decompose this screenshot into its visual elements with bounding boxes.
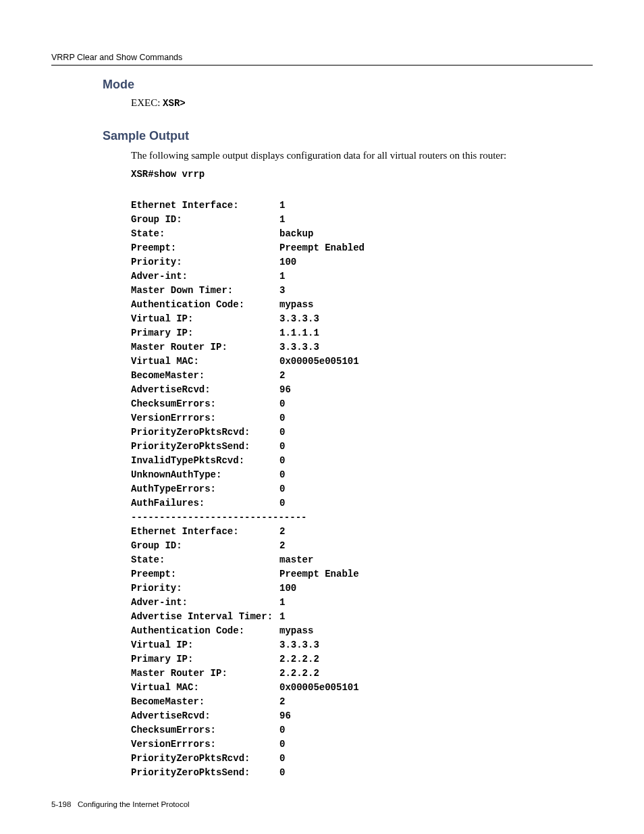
output-row: Primary IP:1.1.1.1 — [131, 326, 593, 340]
output-row: Adver-int:1 — [131, 596, 593, 610]
sample-command: XSR#show vrrp — [131, 169, 593, 180]
output-row: Master Router IP:2.2.2.2 — [131, 667, 593, 681]
output-row-label: VersionErrrors: — [131, 737, 279, 752]
output-row: InvalidTypePktsRcvd:0 — [131, 454, 593, 468]
page-header: VRRP Clear and Show Commands — [51, 53, 593, 66]
output-row-value: 0 — [279, 484, 285, 494]
output-row: Group ID:1 — [131, 213, 593, 227]
output-row-label: InvalidTypePktsRcvd: — [131, 454, 279, 468]
output-row-value: 0 — [279, 469, 285, 480]
output-row-label: Virtual IP: — [131, 312, 279, 326]
output-row: BecomeMaster:2 — [131, 695, 593, 709]
output-row: State:backup — [131, 227, 593, 241]
output-group-1: Ethernet Interface:1Group ID:1State:back… — [131, 199, 593, 511]
output-row: Virtual MAC:0x00005e005101 — [131, 681, 593, 695]
output-row-value: 3 — [279, 285, 285, 296]
output-row-value: 0x00005e005101 — [279, 356, 359, 367]
output-row-value: 0 — [279, 413, 285, 423]
output-row-value: backup — [279, 228, 313, 239]
output-row-label: Virtual MAC: — [131, 681, 279, 695]
output-row-label: Virtual IP: — [131, 638, 279, 652]
output-row-label: PriorityZeroPktsSend: — [131, 766, 279, 780]
output-row-value: mypass — [279, 625, 313, 636]
output-row-value: 0 — [279, 441, 285, 452]
output-row-value: Preempt Enable — [279, 569, 359, 579]
output-row: State:master — [131, 553, 593, 567]
output-row-value: 3.3.3.3 — [279, 342, 319, 353]
output-row: Adver-int:1 — [131, 269, 593, 284]
output-row: ChecksumErrors:0 — [131, 397, 593, 411]
sample-output-intro: The following sample output displays con… — [131, 149, 593, 162]
output-row-value: master — [279, 554, 313, 565]
output-row: AuthFailures:0 — [131, 496, 593, 511]
output-row-value: 0 — [279, 398, 285, 409]
output-row-value: 96 — [279, 710, 291, 721]
output-row-label: BecomeMaster: — [131, 695, 279, 709]
output-row: PriorityZeroPktsSend:0 — [131, 766, 593, 780]
output-row-label: ChecksumErrors: — [131, 723, 279, 737]
output-row-value: 2 — [279, 696, 285, 707]
output-row: Primary IP:2.2.2.2 — [131, 652, 593, 667]
output-row-label: AuthTypeErrors: — [131, 482, 279, 496]
output-row-value: 96 — [279, 384, 291, 395]
output-row: PriorityZeroPktsRcvd:0 — [131, 425, 593, 440]
output-row-value: 1 — [279, 214, 285, 225]
output-row: BecomeMaster:2 — [131, 369, 593, 383]
output-row-value: 0 — [279, 455, 285, 466]
output-row-label: Adver-int: — [131, 269, 279, 284]
output-divider: ------------------------------- — [131, 511, 593, 525]
output-row-value: 0x00005e005101 — [279, 682, 359, 693]
output-row-label: AuthFailures: — [131, 496, 279, 511]
output-row: Preempt:Preempt Enable — [131, 567, 593, 581]
output-row-label: Priority: — [131, 581, 279, 596]
output-row: AuthTypeErrors:0 — [131, 482, 593, 496]
output-row: Authentication Code:mypass — [131, 624, 593, 638]
output-row-value: mypass — [279, 299, 313, 310]
output-row: VersionErrrors:0 — [131, 737, 593, 752]
output-row-value: Preempt Enabled — [279, 242, 365, 253]
output-row-label: AdvertiseRcvd: — [131, 709, 279, 723]
output-row: VersionErrrors:0 — [131, 411, 593, 425]
output-row-label: PriorityZeroPktsRcvd: — [131, 752, 279, 766]
output-row-value: 1 — [279, 200, 285, 211]
output-row: Priority:100 — [131, 581, 593, 596]
output-row-value: 1 — [279, 611, 285, 622]
output-row-value: 0 — [279, 725, 285, 735]
sample-output-heading: Sample Output — [103, 129, 593, 143]
output-row-label: Authentication Code: — [131, 624, 279, 638]
output-row: Authentication Code:mypass — [131, 298, 593, 312]
output-row-label: Advertise Interval Timer: — [131, 610, 279, 624]
output-row-value: 2 — [279, 526, 285, 537]
output-row-label: AdvertiseRcvd: — [131, 383, 279, 397]
output-row: ChecksumErrors:0 — [131, 723, 593, 737]
output-row-value: 1 — [279, 597, 285, 608]
output-row-label: Master Router IP: — [131, 667, 279, 681]
output-row-label: Primary IP: — [131, 326, 279, 340]
output-group-2: Ethernet Interface:2Group ID:2State:mast… — [131, 525, 593, 780]
output-row-value: 1 — [279, 271, 285, 282]
output-row-label: ChecksumErrors: — [131, 397, 279, 411]
output-row-value: 0 — [279, 498, 285, 509]
output-row-label: VersionErrrors: — [131, 411, 279, 425]
output-row-value: 3.3.3.3 — [279, 313, 319, 324]
exec-prompt: XSR> — [163, 98, 186, 109]
output-row-label: Ethernet Interface: — [131, 199, 279, 213]
output-row-label: Priority: — [131, 255, 279, 269]
output-row-value: 2.2.2.2 — [279, 668, 319, 679]
output-row-value: 100 — [279, 583, 296, 594]
output-row-value: 0 — [279, 739, 285, 750]
output-row: PriorityZeroPktsRcvd:0 — [131, 752, 593, 766]
output-row-label: Primary IP: — [131, 652, 279, 667]
output-row-label: Adver-int: — [131, 596, 279, 610]
output-row-value: 2 — [279, 370, 285, 381]
output-row: Ethernet Interface:1 — [131, 199, 593, 213]
output-row-value: 2 — [279, 540, 285, 551]
output-row-value: 2.2.2.2 — [279, 654, 319, 664]
output-row-label: BecomeMaster: — [131, 369, 279, 383]
output-row-label: Group ID: — [131, 539, 279, 553]
output-row: Ethernet Interface:2 — [131, 525, 593, 539]
output-row-label: Master Router IP: — [131, 340, 279, 355]
output-row-value: 0 — [279, 427, 285, 438]
output-row: Group ID:2 — [131, 539, 593, 553]
output-row-value: 100 — [279, 257, 296, 267]
